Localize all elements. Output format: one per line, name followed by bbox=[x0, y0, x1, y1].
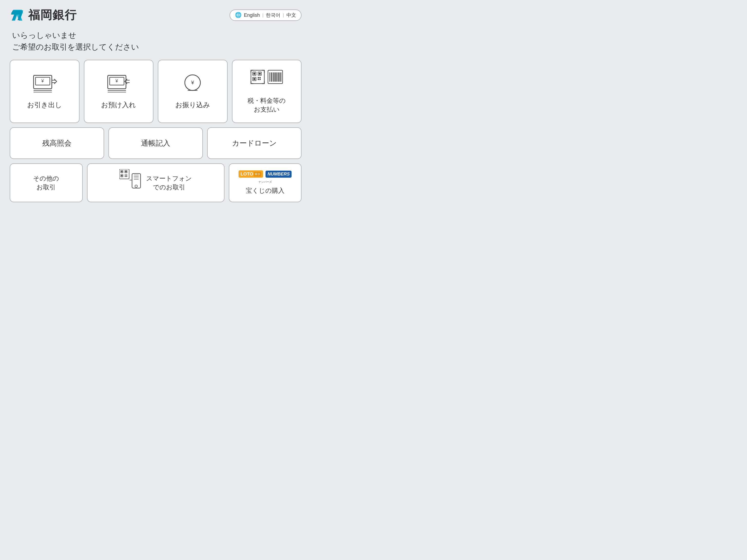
lottery-button[interactable]: LOTO ロト NUMBERS ナンバーズ 宝くじの購入 bbox=[229, 163, 302, 202]
svg-rect-53 bbox=[126, 176, 127, 177]
other-transactions-label: その他のお取引 bbox=[33, 174, 59, 192]
svg-text:¥: ¥ bbox=[115, 79, 118, 83]
card-loan-button[interactable]: カードローン bbox=[207, 127, 302, 159]
svg-rect-52 bbox=[125, 176, 126, 177]
transaction-grid: ¥ お引き出し bbox=[10, 60, 302, 226]
deposit-label: お預け入れ bbox=[101, 100, 136, 110]
svg-rect-55 bbox=[132, 174, 140, 188]
svg-rect-17 bbox=[251, 70, 264, 84]
withdrawal-icon: ¥ bbox=[31, 73, 58, 96]
welcome-line2: ご希望のお取引を選択してください bbox=[12, 42, 302, 53]
svg-rect-27 bbox=[259, 79, 261, 80]
header: 福岡銀行 🌐 English | 한국어 | 中文 bbox=[10, 7, 302, 23]
lang-chinese[interactable]: 中文 bbox=[286, 12, 296, 19]
lottery-label: 宝くじの購入 bbox=[246, 186, 284, 195]
welcome-text: いらっしゃいませ ご希望のお取引を選択してください bbox=[12, 30, 302, 53]
passbook-update-label: 通帳記入 bbox=[141, 138, 170, 148]
svg-text:¥: ¥ bbox=[41, 79, 44, 83]
passbook-update-button[interactable]: 通帳記入 bbox=[108, 127, 203, 159]
balance-inquiry-button[interactable]: 残高照会 bbox=[10, 127, 104, 159]
tax-payment-label: 税・料金等のお支払い bbox=[248, 96, 286, 114]
transfer-button[interactable]: ¥ お振り込み bbox=[158, 60, 228, 123]
withdrawal-label: お引き出し bbox=[27, 100, 62, 110]
svg-rect-19 bbox=[253, 73, 255, 75]
smartphone-transactions-label: スマートフォンでのお取引 bbox=[146, 174, 192, 192]
transfer-icon: ¥ bbox=[180, 73, 205, 96]
tax-payment-icon bbox=[250, 69, 284, 92]
globe-icon: 🌐 bbox=[235, 12, 241, 18]
svg-text:¥: ¥ bbox=[191, 79, 194, 85]
svg-rect-43 bbox=[120, 169, 129, 179]
tax-payment-button[interactable]: 税・料金等のお支払い bbox=[232, 60, 302, 123]
bank-logo-icon bbox=[10, 8, 24, 22]
row3: その他のお取引 bbox=[10, 163, 302, 202]
svg-point-60 bbox=[135, 185, 137, 187]
row1: ¥ お引き出し bbox=[10, 60, 302, 123]
svg-rect-23 bbox=[253, 78, 255, 80]
smartphone-qr-icon bbox=[120, 169, 141, 192]
deposit-button[interactable]: ¥ お預け入れ bbox=[84, 60, 154, 123]
welcome-line1: いらっしゃいませ bbox=[12, 30, 302, 41]
language-selector[interactable]: 🌐 English | 한국어 | 中文 bbox=[230, 9, 302, 21]
row2: 残高照会 通帳記入 カードローン bbox=[10, 127, 302, 159]
transfer-label: お振り込み bbox=[175, 100, 210, 110]
svg-rect-51 bbox=[126, 175, 127, 176]
svg-rect-24 bbox=[258, 77, 259, 78]
smartphone-transactions-button[interactable]: スマートフォンでのお取引 bbox=[87, 163, 225, 202]
svg-rect-50 bbox=[125, 175, 126, 176]
card-loan-label: カードローン bbox=[232, 138, 277, 148]
svg-rect-26 bbox=[258, 79, 259, 80]
logo-area: 福岡銀行 bbox=[10, 7, 77, 23]
svg-rect-45 bbox=[121, 171, 123, 172]
deposit-icon: ¥ bbox=[105, 73, 132, 96]
svg-rect-21 bbox=[259, 73, 261, 75]
svg-rect-49 bbox=[121, 175, 123, 177]
bank-name: 福岡銀行 bbox=[28, 7, 77, 23]
svg-rect-47 bbox=[125, 171, 127, 172]
balance-inquiry-label: 残高照会 bbox=[42, 138, 72, 148]
svg-rect-25 bbox=[259, 77, 261, 78]
other-transactions-button[interactable]: その他のお取引 bbox=[10, 163, 83, 202]
lang-korean[interactable]: 한국어 bbox=[266, 12, 280, 19]
lottery-logos: LOTO ロト NUMBERS ナンバーズ bbox=[238, 170, 291, 184]
lang-english[interactable]: English bbox=[244, 12, 260, 18]
withdrawal-button[interactable]: ¥ お引き出し bbox=[10, 60, 79, 123]
